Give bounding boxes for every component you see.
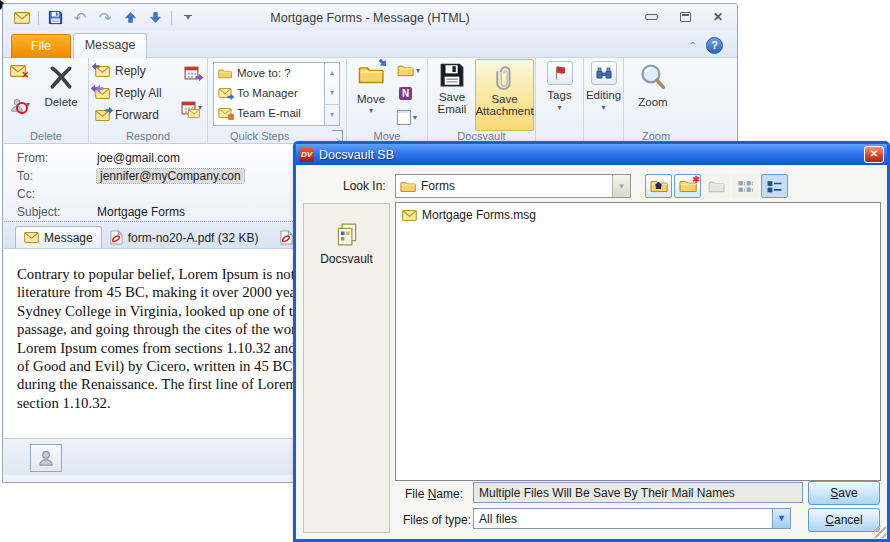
reply-arrow-icon [91, 62, 100, 71]
file-name-input[interactable]: Multiple Files Will Be Save By Their Mai… [473, 482, 803, 503]
files-of-type-label: Files of type: [403, 513, 471, 527]
list-view-button[interactable] [761, 174, 788, 198]
pdf-icon [280, 230, 293, 245]
from-value[interactable]: joe@gmail.com [97, 151, 180, 165]
look-in-label: Look In: [343, 179, 386, 193]
close-button[interactable]: ✕ [713, 12, 723, 22]
sidebar-item-label: Docsvault [320, 252, 373, 266]
look-in-dropdown-icon[interactable]: ▾ [612, 175, 630, 197]
ribbon-group-tags: Tags ▾ [536, 58, 584, 143]
help-icon[interactable]: ? [706, 37, 723, 54]
reply-all-arrow2-icon [95, 84, 104, 93]
onenote-button[interactable]: N [399, 87, 412, 100]
file-name: Mortgage Forms.msg [422, 208, 536, 222]
red-x-overlay-icon: ✕ [21, 70, 29, 80]
person-icon [38, 450, 54, 466]
up-one-level-button[interactable] [645, 174, 672, 198]
tab-file[interactable]: File [11, 34, 71, 58]
look-in-combobox[interactable]: Forms ▾ [395, 174, 631, 198]
cancel-button[interactable]: Cancel [808, 508, 880, 532]
collapse-ribbon-icon[interactable]: ⌃ [689, 41, 697, 51]
im-button[interactable]: ▾ [181, 100, 202, 115]
msg-envelope-icon [402, 210, 417, 221]
ribbon-group-quick-steps: Move to: ? To Manager Team E-mail ▴ [208, 58, 347, 143]
tags-button[interactable]: Tags ▾ [536, 61, 583, 112]
subject-label: Subject: [4, 205, 97, 219]
ribbon-tab-row: File Message ⌃ ? [3, 31, 737, 58]
delete-x-icon [48, 64, 74, 90]
tab-message[interactable]: Message [73, 33, 147, 58]
group-label-delete: Delete [4, 130, 88, 142]
ribbon-group-delete: ✕ ▾ Delete Delete [4, 58, 89, 143]
delete-button[interactable]: Delete [38, 64, 84, 108]
file-name-label: File Name: [405, 487, 463, 501]
look-in-value: Forms [421, 179, 455, 193]
ribbon-extras: ⌃ ? [689, 37, 723, 54]
ribbon-group-docsvault: Save Email Save Attachment Docsvault [428, 58, 536, 143]
pdf-icon [110, 230, 123, 245]
docsvault-logo-icon: DV [299, 148, 314, 162]
minimize-button[interactable] [645, 14, 658, 20]
file-list-item[interactable]: Mortgage Forms.msg [396, 203, 880, 222]
files-of-type-combobox[interactable]: All files ▼ [473, 508, 791, 529]
files-of-type-dropdown-icon[interactable]: ▼ [772, 509, 790, 528]
meeting-button[interactable] [184, 65, 199, 80]
zoom-button[interactable]: Zoom [630, 63, 676, 108]
docsvault-dialog: DV Docsvault SB ✕ Look In: Forms ▾ ✱ [293, 141, 890, 542]
arrow-icon [227, 93, 235, 101]
paperclip-icon [495, 63, 515, 91]
contact-photo-placeholder[interactable] [30, 444, 62, 472]
ribbon-group-editing: Editing ▾ [584, 58, 624, 143]
ribbon: ✕ ▾ Delete Delete Reply [4, 58, 736, 144]
subject-value[interactable]: Mortgage Forms [97, 205, 185, 219]
more-icon[interactable]: ▾ [325, 104, 339, 125]
save-email-button[interactable]: Save Email [430, 62, 474, 115]
meeting-arrow-icon [195, 73, 204, 82]
to-label: To: [4, 169, 97, 183]
junk-button[interactable]: ▾ [10, 98, 30, 112]
window-controls: ✕ [645, 12, 723, 22]
badge-icon [228, 114, 234, 120]
flag-icon [554, 66, 566, 80]
actions-button[interactable]: ▾ [397, 110, 417, 125]
message-view-tab[interactable]: Message [15, 226, 102, 248]
forward-button[interactable]: Forward [95, 108, 159, 122]
quick-steps-list: Move to: ? To Manager Team E-mail [213, 62, 325, 126]
file-list[interactable]: Mortgage Forms.msg [395, 202, 881, 481]
resize-grip[interactable] [874, 526, 886, 538]
attachment-pdf-tab[interactable]: form-no20-A.pdf (32 KB) [102, 227, 267, 248]
large-icons-view-icon [738, 180, 753, 193]
places-sidebar: Docsvault [303, 203, 390, 533]
save-email-floppy-icon [439, 62, 465, 88]
quick-steps-scrollbar[interactable]: ▴ ▾ ▾ [324, 62, 340, 126]
im-envelope-icon [188, 109, 200, 118]
restore-button[interactable] [680, 12, 691, 22]
folder-icon [400, 180, 416, 193]
quick-step-move-to[interactable]: Move to: ? [214, 63, 324, 83]
list-view-icon [767, 180, 782, 193]
scroll-down-icon[interactable]: ▾ [325, 83, 339, 103]
move-button[interactable]: Move ▾ [351, 62, 391, 115]
from-label: From: [4, 151, 97, 165]
rules-folder-icon [397, 64, 414, 77]
reply-button[interactable]: Reply [95, 64, 146, 78]
scroll-up-icon[interactable]: ▴ [325, 63, 339, 83]
dialog-title-bar: DV Docsvault SB ✕ [296, 144, 887, 165]
save-attachment-button[interactable]: Save Attachment [475, 59, 534, 131]
reply-all-button[interactable]: Reply All [95, 86, 162, 100]
ribbon-group-move: Move ▾ ▾ N ▾ Move [347, 58, 428, 143]
ribbon-group-respond: Reply Reply All Forward [89, 58, 208, 143]
quick-step-to-manager[interactable]: To Manager [214, 83, 324, 103]
sidebar-item-docsvault[interactable]: Docsvault [304, 204, 389, 266]
large-icons-view-button[interactable] [732, 174, 759, 198]
up-arrow-icon [654, 181, 663, 190]
rules-button[interactable]: ▾ [397, 64, 420, 77]
to-value[interactable]: jennifer@myCompany.con [97, 169, 244, 183]
editing-button[interactable]: Editing ▾ [584, 61, 623, 112]
dialog-close-button[interactable]: ✕ [864, 146, 884, 163]
save-button[interactable]: Save [808, 481, 880, 505]
new-folder-button[interactable]: ✱ [674, 174, 701, 198]
ignore-button[interactable]: ✕ [10, 65, 26, 77]
window-title: Mortgage Forms - Message (HTML) [3, 11, 737, 25]
quick-step-team-email[interactable]: Team E-mail [214, 103, 324, 123]
